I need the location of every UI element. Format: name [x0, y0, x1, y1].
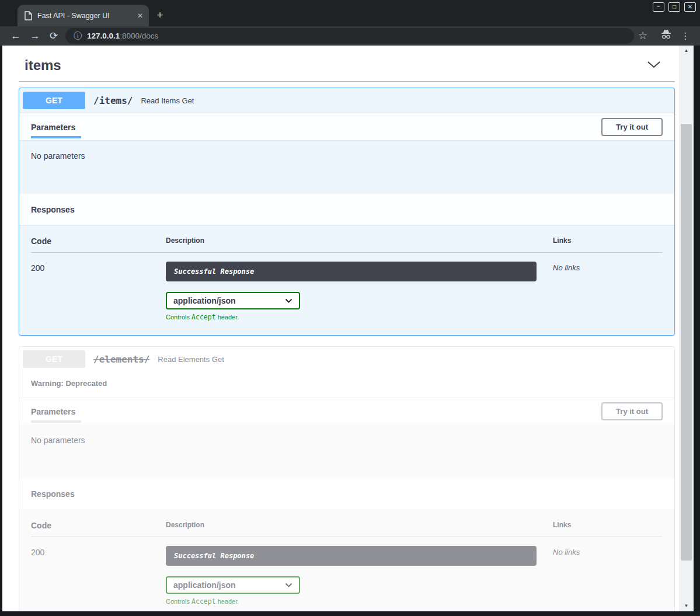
deprecation-warning: Warning: Deprecated — [19, 371, 674, 398]
column-code: Code — [31, 521, 166, 530]
browser-toolbar: ← → ⟳ ⓘ 127.0.0.1:8000/docs ☆ ⋮ — [0, 26, 700, 46]
try-it-out-button[interactable]: Try it out — [601, 118, 663, 136]
reload-icon[interactable]: ⟳ — [46, 28, 61, 44]
accept-code: Accept — [191, 313, 216, 321]
response-description-text: Successful Response — [174, 267, 254, 276]
scroll-down-icon[interactable]: ▼ — [679, 602, 694, 610]
window-maximize-button[interactable]: □ — [668, 2, 680, 12]
responses-title: Responses — [31, 205, 75, 214]
forward-icon[interactable]: → — [27, 28, 43, 44]
select-chevron-icon — [285, 298, 292, 303]
opblock-get-items: GET /items/ Read Items Get Parameters Tr… — [19, 88, 675, 336]
scrollbar-thumb[interactable] — [681, 124, 692, 561]
column-description: Description — [166, 236, 553, 246]
column-code: Code — [31, 236, 166, 246]
browser-tab[interactable]: Fast API - Swagger UI ✕ — [18, 5, 149, 26]
new-tab-button[interactable]: + — [153, 8, 167, 22]
media-type-select[interactable]: application/json — [166, 576, 300, 594]
tag-section-header[interactable]: items — [19, 50, 675, 82]
operation-summary[interactable]: GET /elements/ Read Elements Get — [19, 347, 674, 371]
url-path: :8000/docs — [120, 32, 158, 40]
no-parameters-text: No parameters — [31, 151, 85, 161]
parameters-body: No parameters — [19, 140, 674, 194]
media-type-select[interactable]: application/json — [166, 292, 300, 309]
responses-table-header: Code Description Links — [31, 521, 663, 537]
media-type-value: application/json — [173, 580, 236, 590]
status-code: 200 — [31, 262, 166, 321]
tab-parameters[interactable]: Parameters — [31, 123, 81, 138]
method-badge: GET — [23, 350, 85, 368]
accept-header-note: Controls Accept header. — [166, 313, 537, 321]
responses-title: Responses — [31, 489, 75, 499]
browser-menu-icon[interactable]: ⋮ — [678, 28, 693, 44]
select-chevron-icon — [285, 583, 292, 587]
responses-table: Code Description Links 200 Successful Re… — [19, 509, 674, 611]
back-icon[interactable]: ← — [8, 28, 23, 44]
site-info-icon[interactable]: ⓘ — [74, 31, 82, 41]
responses-table-header: Code Description Links — [31, 236, 663, 253]
window-controls: − □ ✕ — [653, 2, 696, 12]
media-type-value: application/json — [173, 296, 236, 305]
browser-titlebar: Fast API - Swagger UI ✕ + − □ ✕ — [0, 0, 700, 26]
address-bar[interactable]: ⓘ 127.0.0.1:8000/docs — [65, 28, 634, 44]
page-content: items GET /items/ Read Items Get Paramet… — [2, 46, 679, 611]
incognito-icon — [659, 28, 674, 44]
opblock-get-elements-deprecated: GET /elements/ Read Elements Get Warning… — [19, 346, 675, 611]
response-description-box: Successful Response — [166, 546, 537, 566]
method-badge: GET — [23, 92, 85, 109]
responses-section-header: Responses — [19, 478, 674, 509]
accept-code: Accept — [191, 597, 216, 605]
column-description: Description — [166, 521, 553, 530]
no-parameters-text: No parameters — [31, 436, 85, 445]
operation-summary-text: Read Elements Get — [158, 355, 224, 364]
response-row: 200 Successful Response application/json — [31, 537, 663, 605]
window-minimize-button[interactable]: − — [653, 2, 664, 12]
response-row: 200 Successful Response application/json — [31, 253, 663, 321]
scrollbar[interactable]: ▲ ▼ — [679, 46, 694, 611]
accept-header-note: Controls Accept header. — [166, 597, 537, 605]
column-links: Links — [553, 521, 663, 530]
operation-path: /elements/ — [91, 354, 152, 365]
page-favicon-icon — [25, 11, 32, 20]
chevron-down-icon[interactable] — [647, 60, 661, 71]
operation-summary-text: Read Items Get — [141, 96, 194, 105]
column-links: Links — [553, 236, 663, 246]
status-code: 200 — [31, 546, 166, 605]
links-value: No links — [553, 262, 663, 321]
parameters-section-header: Parameters Try it out — [19, 113, 674, 140]
try-it-out-button[interactable]: Try it out — [601, 402, 663, 420]
responses-section-header: Responses — [19, 194, 674, 225]
window-close-button[interactable]: ✕ — [684, 2, 696, 12]
tab-title: Fast API - Swagger UI — [37, 12, 132, 20]
tag-title: items — [25, 57, 61, 74]
scroll-up-icon[interactable]: ▲ — [679, 47, 694, 55]
bookmark-star-icon[interactable]: ☆ — [635, 28, 650, 44]
tab-parameters[interactable]: Parameters — [31, 407, 81, 423]
parameters-section-header: Parameters Try it out — [19, 398, 674, 424]
tab-close-icon[interactable]: ✕ — [137, 12, 143, 20]
parameters-body: No parameters — [19, 424, 674, 478]
operation-summary[interactable]: GET /items/ Read Items Get — [19, 88, 674, 113]
response-description-text: Successful Response — [174, 552, 254, 560]
url-text: 127.0.0.1:8000/docs — [87, 32, 158, 40]
operation-path: /items/ — [91, 95, 135, 106]
url-host: 127.0.0.1 — [87, 32, 120, 40]
response-description-box: Successful Response — [166, 262, 537, 281]
links-value: No links — [553, 546, 663, 605]
responses-table: Code Description Links 200 Successful Re… — [19, 225, 674, 335]
